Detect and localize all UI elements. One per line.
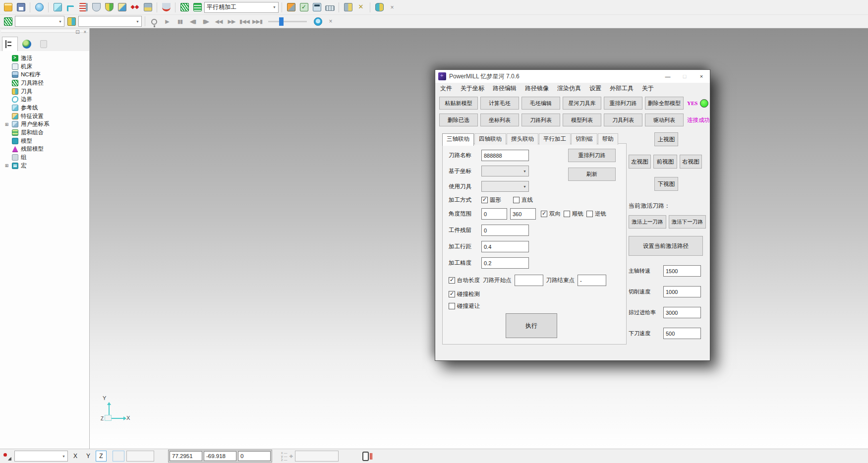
feed-rate-button[interactable] — [77, 1, 89, 13]
view-right-button[interactable]: 右视图 — [680, 155, 702, 169]
menu-path-edit[interactable]: 路径编辑 — [493, 84, 517, 93]
model-list-button[interactable]: 模型列表 — [563, 114, 601, 126]
tree-item-boundaries[interactable]: 边界 — [4, 95, 89, 104]
save-button[interactable] — [15, 1, 27, 13]
boundary-edit-button[interactable] — [116, 1, 128, 13]
go-to-start-button[interactable]: ▮◀◀ — [238, 15, 250, 27]
toolpath-button[interactable] — [178, 1, 190, 13]
use-tool-dropdown[interactable]: ▼ — [481, 181, 529, 192]
close-main-toolbar-button[interactable]: × — [386, 1, 398, 13]
step-back-button[interactable]: ◀▮ — [187, 15, 199, 27]
sim-tool-dropdown[interactable]: ▼ — [78, 16, 142, 27]
step-forward-button[interactable]: ▮▶ — [200, 15, 212, 27]
tree-item-tools[interactable]: 刀具 — [4, 87, 89, 96]
view-left-button[interactable]: 左视图 — [629, 155, 651, 169]
expand-icon[interactable] — [4, 163, 9, 168]
tab-saw[interactable]: 切割锯 — [571, 133, 597, 145]
rapid-heights-button[interactable] — [64, 1, 76, 13]
coords-list-button[interactable]: 坐标列表 — [480, 114, 519, 126]
circle-checkbox[interactable]: 圆形 — [481, 196, 501, 204]
tab-help[interactable]: 帮助 — [598, 133, 618, 145]
set-active-path-button[interactable]: 设置当前激活路径 — [629, 236, 703, 256]
tree-item-workplanes[interactable]: 用户坐标系 — [4, 120, 89, 129]
auto-length-checkbox[interactable]: 自动长度 — [449, 277, 480, 284]
refresh-button[interactable]: 刷新 — [568, 168, 616, 181]
measure-field[interactable] — [295, 451, 339, 462]
tree-item-toolpaths[interactable]: 刀具路径 — [4, 79, 89, 87]
close-sim-toolbar-button[interactable]: × — [325, 15, 337, 27]
transform-button[interactable]: ✕ — [355, 1, 367, 13]
maximize-button[interactable]: □ — [676, 70, 693, 83]
collision-check-button[interactable] — [160, 1, 172, 13]
tab-swivel-head[interactable]: 摆头联动 — [507, 133, 538, 145]
fast-forward-button[interactable]: ▶▶ — [226, 15, 237, 27]
rearrange-toolpaths-panel-button[interactable]: 重排列刀路 — [568, 149, 616, 162]
tab-parallel[interactable]: 平行加工 — [539, 133, 571, 145]
workplane-dropdown[interactable]: ▼ — [14, 451, 68, 462]
drive-list-button[interactable]: 驱动列表 — [645, 114, 684, 126]
path-start-input[interactable] — [515, 275, 543, 286]
go-to-end-button[interactable]: ▶▶▮ — [251, 15, 263, 27]
delete-selected-button[interactable]: 删除已选 — [439, 114, 478, 126]
strategy-list-button[interactable] — [191, 1, 203, 13]
tab-web[interactable] — [19, 37, 35, 52]
sim-tool-button[interactable] — [65, 15, 77, 27]
tool-holder-button[interactable] — [342, 1, 354, 13]
tree-item-models[interactable]: 模型 — [4, 137, 89, 145]
collision-check-checkbox[interactable]: 碰撞检测 — [449, 290, 480, 298]
tree-item-feature-sets[interactable]: 特征设置 — [4, 112, 89, 120]
panel-toggle-icon[interactable] — [362, 452, 369, 461]
sim-speed-button[interactable] — [312, 15, 324, 27]
pattern-points-button[interactable]: ◆◆ — [129, 1, 141, 13]
speed-slider[interactable] — [268, 21, 307, 22]
grid-size-field[interactable] — [126, 451, 154, 462]
strategy-dropdown[interactable]: 平行精加工 ▼ — [204, 2, 279, 13]
menu-file[interactable]: 文件 — [440, 84, 452, 93]
spindle-speed-input[interactable]: 1500 — [663, 265, 701, 277]
tree-item-patterns[interactable]: 参考线 — [4, 104, 89, 112]
highlight-button[interactable] — [148, 15, 160, 27]
path-end-input[interactable]: - — [578, 275, 606, 286]
axis-y-button[interactable]: Y — [83, 451, 94, 462]
rearrange-toolpaths-button[interactable]: 重排列刀路 — [604, 97, 642, 110]
shading-button[interactable] — [33, 1, 45, 13]
leads-links-button[interactable] — [103, 1, 115, 13]
tolerance-input[interactable]: 0.2 — [481, 257, 529, 269]
tree-item-nc-programs[interactable]: NC程序 — [4, 70, 89, 79]
pause-button[interactable]: ▮▮ — [174, 15, 186, 27]
calc-stock-button[interactable]: 计算毛坯 — [480, 97, 519, 110]
menu-path-mirror[interactable]: 路径镜像 — [525, 84, 549, 93]
toolpath-check-button[interactable]: ✓ — [298, 1, 310, 13]
tool-block-button[interactable] — [142, 1, 154, 13]
close-button[interactable]: × — [693, 70, 710, 83]
menu-render-sim[interactable]: 渲染仿真 — [557, 84, 581, 93]
stepover-input[interactable]: 0.4 — [481, 241, 529, 252]
tab-recycle[interactable] — [36, 37, 52, 52]
float-panel-button[interactable]: ⊡ — [74, 29, 81, 35]
menu-settings[interactable]: 设置 — [589, 84, 601, 93]
activate-next-toolpath-button[interactable]: 激活下一刀路 — [669, 215, 706, 229]
delete-all-models-button[interactable]: 删除全部模型 — [645, 97, 684, 110]
measure-button[interactable] — [324, 1, 336, 13]
minimize-button[interactable]: — — [659, 70, 676, 83]
tree-item-machine[interactable]: 机床 — [4, 62, 89, 71]
tab-explorer-tree[interactable] — [2, 37, 18, 52]
tool-start-point-button[interactable] — [90, 1, 102, 13]
execute-button[interactable]: 执行 — [506, 313, 557, 338]
stock-edit-button[interactable]: 毛坯编辑 — [521, 97, 560, 110]
axis-x-button[interactable]: X — [70, 451, 81, 462]
conventional-mill-checkbox[interactable]: 逆铣 — [586, 210, 606, 218]
line-checkbox[interactable]: 直线 — [513, 196, 533, 204]
based-coord-dropdown[interactable]: ▼ — [481, 166, 529, 176]
bidirectional-checkbox[interactable]: 双向 — [541, 210, 561, 218]
collision-avoid-checkbox[interactable]: 碰撞避让 — [449, 302, 480, 310]
view-bottom-button[interactable]: 下视图 — [654, 177, 678, 191]
draw-cursor-tool-button[interactable] — [1, 451, 12, 462]
tree-item-macros[interactable]: 宏 — [4, 162, 89, 170]
cutting-feed-input[interactable]: 1000 — [663, 286, 701, 297]
grid-snap-button[interactable] — [113, 451, 124, 462]
calculator-button[interactable] — [311, 1, 323, 13]
skim-feed-input[interactable]: 3000 — [663, 307, 701, 318]
axis-z-button[interactable]: Z — [96, 451, 107, 462]
view-front-button[interactable]: 前视图 — [653, 155, 677, 169]
